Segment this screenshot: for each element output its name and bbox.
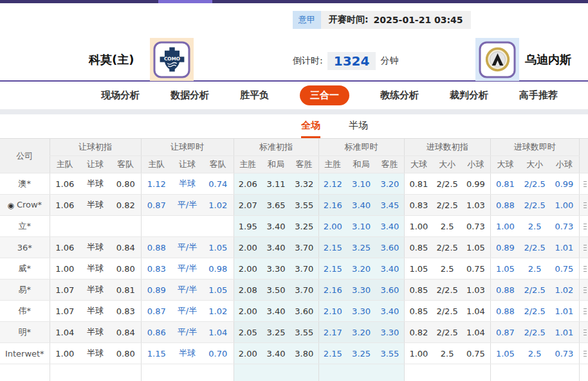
clipped-next-column-cell: [579, 258, 588, 279]
group-header-handicap-initial: 让球初指: [50, 139, 141, 156]
empty-cell: [318, 364, 347, 381]
odds-cell: 0.83: [111, 301, 141, 322]
odds-cell: 平/半: [172, 322, 203, 343]
company-cell[interactable]: ◉Crow*: [0, 195, 50, 216]
odds-cell: 0.73: [549, 216, 579, 237]
match-info: 意甲 开赛时间: 2025-01-21 03:45: [293, 11, 471, 29]
odds-cell: 3.40: [376, 301, 404, 322]
odds-cell: 1.06: [50, 195, 80, 216]
odds-cell: 2.10: [318, 301, 347, 322]
clipped-glyph: [583, 287, 587, 294]
nav-tab-win-draw-loss[interactable]: 胜平负: [240, 89, 269, 102]
odds-cell: 1.15: [141, 343, 172, 364]
odds-cell: 3.30: [262, 258, 290, 279]
odds-cell: 3.10: [347, 173, 376, 195]
odds-cell: 1.05: [203, 237, 234, 258]
nav-tab-data-analysis[interactable]: 数据分析: [170, 89, 209, 102]
odds-cell: 2.16: [318, 195, 347, 216]
company-cell[interactable]: 36*: [0, 237, 50, 258]
odds-cell: 0.89: [141, 279, 172, 301]
odds-cell: 1.00: [490, 216, 520, 237]
odds-cell: 0.75: [549, 258, 579, 279]
away-team-logo: [475, 38, 519, 81]
company-cell[interactable]: 澳*: [0, 173, 50, 195]
odds-cell: 1.06: [50, 237, 80, 258]
company-cell[interactable]: Interwet*: [0, 343, 50, 364]
odds-cell: 3.65: [262, 195, 290, 216]
odds-cell: 3.20: [347, 322, 376, 343]
odds-cell: 半球: [80, 301, 111, 322]
clipped-glyph: [583, 202, 587, 209]
kickoff-time: 开赛时间: 2025-01-21 03:45: [321, 11, 471, 29]
nav-tab-expert-picks[interactable]: 高手推荐: [519, 89, 558, 102]
company-cell[interactable]: 威*: [0, 258, 50, 279]
odds-cell: 2.5: [520, 258, 549, 279]
empty-cell: [262, 364, 290, 381]
odds-cell: 0.88: [490, 279, 520, 301]
odds-cell: 3.55: [290, 195, 318, 216]
odds-cell: 3.11: [262, 173, 290, 195]
odds-cell: 3.30: [347, 301, 376, 322]
table-row: 易*1.07半球0.810.89平/半1.052.083.503.702.163…: [0, 279, 588, 301]
odds-table-body: 澳*1.06半球0.801.12半球0.742.063.113.322.123.…: [0, 173, 588, 381]
company-cell[interactable]: 伟*: [0, 301, 50, 322]
company-cell[interactable]: 立*: [0, 216, 50, 237]
countdown-label: 倒计时:: [293, 55, 323, 67]
udinese-crest-icon: [484, 46, 511, 73]
odds-cell: 1.02: [203, 195, 234, 216]
nav-tab-live-analysis[interactable]: 现场分析: [101, 89, 140, 102]
empty-cell: [579, 364, 588, 381]
subtab-full-time[interactable]: 全场: [301, 114, 320, 138]
empty-cell: [172, 364, 203, 381]
col-header: 主胜: [318, 156, 347, 173]
odds-cell: 2.00: [234, 301, 262, 322]
odds-cell: 3.40: [262, 216, 290, 237]
subtab-half-time[interactable]: 半场: [349, 114, 368, 138]
odds-cell: 2.00: [234, 237, 262, 258]
odds-cell: 0.81: [404, 173, 433, 195]
countdown-value: 1324: [327, 52, 376, 70]
empty-cell: [203, 364, 234, 381]
company-cell[interactable]: 明*: [0, 322, 50, 343]
odds-cell: 1.04: [461, 301, 490, 322]
odds-cell: 1.04: [461, 322, 490, 343]
company-name: Interwet*: [5, 349, 44, 359]
nav-tab-coach-analysis[interactable]: 教练分析: [380, 89, 419, 102]
clipped-glyph: [583, 181, 587, 188]
company-column-header: 公司: [0, 139, 50, 173]
odds-cell: 2/2.5: [520, 279, 549, 301]
odds-cell: 1.95: [234, 216, 262, 237]
odds-cell: 平/半: [172, 258, 203, 279]
odds-cell: 2.00: [234, 258, 262, 279]
odds-cell: 2/2.5: [520, 173, 549, 195]
odds-cell: 半球: [80, 237, 111, 258]
group-header-standard-initial: 标准初指: [234, 139, 318, 156]
col-header: 主队: [141, 156, 172, 173]
col-header: 客胜: [376, 156, 404, 173]
odds-cell: 0.85: [404, 279, 433, 301]
odds-cell: 3.40: [262, 237, 290, 258]
odds-comparison-page: 意甲 开赛时间: 2025-01-21 03:45 科莫(主) COMO: [0, 0, 588, 381]
odds-cell: 3.80: [290, 343, 318, 364]
odds-cell: 0.74: [203, 173, 234, 195]
odds-cell: 半球: [80, 173, 111, 195]
odds-cell: 半球: [80, 343, 111, 364]
odds-cell: 2/2.5: [433, 322, 461, 343]
sub-header-row: 主队 让球 客队 主队 让球 客队 主胜 和局 客胜 主胜 和局 客胜 大球 大…: [0, 156, 588, 173]
odds-cell: 1.01: [549, 322, 579, 343]
clipped-glyph: [583, 351, 587, 357]
odds-cell: 0.82: [111, 195, 141, 216]
col-header: 小球: [549, 156, 579, 173]
odds-cell: 0.80: [111, 173, 141, 195]
clipped-next-column-cell: [579, 279, 588, 301]
company-cell[interactable]: 易*: [0, 279, 50, 301]
nav-tab-three-in-one[interactable]: 三合一: [300, 85, 349, 105]
odds-cell: 0.70: [203, 343, 234, 364]
company-name: 威*: [19, 263, 32, 273]
como-crest-label: COMO: [163, 56, 179, 62]
odds-cell: 2.5: [433, 258, 461, 279]
nav-tab-referee-analysis[interactable]: 裁判分析: [450, 89, 488, 102]
odds-cell: 0.73: [461, 216, 490, 237]
empty-cell: [549, 364, 579, 381]
company-name: Crow*: [17, 200, 42, 209]
